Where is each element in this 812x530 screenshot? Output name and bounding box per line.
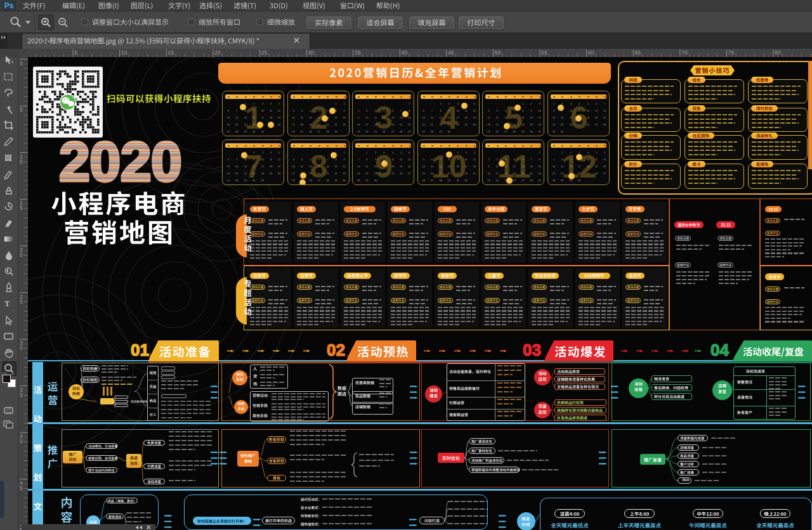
svg-text:45: 45 [448, 49, 454, 56]
svg-text:5: 5 [20, 485, 23, 491]
svg-text:5: 5 [20, 392, 23, 398]
svg-text:5: 5 [20, 205, 23, 211]
svg-text:0: 0 [20, 158, 23, 165]
svg-text:70: 70 [681, 49, 688, 56]
svg-text:25: 25 [261, 49, 268, 56]
svg-text:5: 5 [20, 299, 23, 305]
svg-text:65: 65 [634, 49, 641, 56]
svg-text:0: 0 [20, 438, 23, 444]
svg-text:5: 5 [20, 107, 23, 113]
svg-text:30: 30 [308, 49, 314, 56]
svg-text:5: 5 [74, 49, 77, 56]
svg-text:80: 80 [775, 49, 781, 56]
svg-text:50: 50 [495, 49, 501, 56]
svg-text:0: 0 [20, 345, 23, 351]
svg-text:35: 35 [355, 49, 361, 56]
svg-text:2020: 2020 [59, 136, 182, 185]
svg-text:0: 0 [20, 60, 23, 67]
svg-text:60: 60 [588, 49, 594, 56]
svg-text:10: 10 [121, 49, 128, 56]
svg-text:40: 40 [401, 49, 407, 56]
svg-text:20: 20 [214, 49, 221, 56]
svg-text:15: 15 [167, 49, 174, 56]
svg-text:75: 75 [728, 49, 735, 56]
svg-text:0: 0 [20, 252, 23, 258]
svg-text:55: 55 [541, 49, 547, 56]
